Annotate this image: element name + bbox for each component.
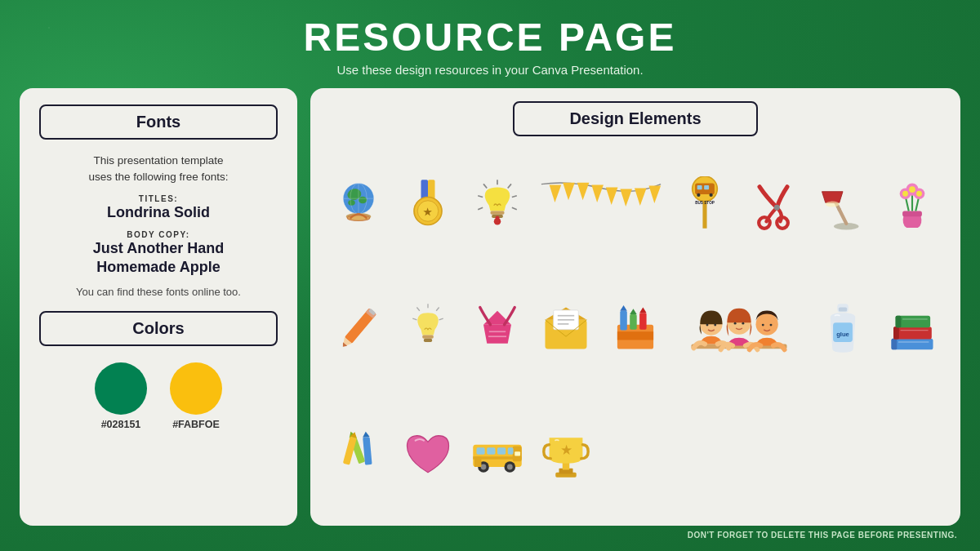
svg-point-49 bbox=[826, 202, 840, 207]
svg-line-22 bbox=[478, 207, 483, 210]
left-panel: Fonts This presentation templateuses the… bbox=[20, 88, 297, 526]
svg-line-67 bbox=[439, 319, 443, 321]
svg-rect-11 bbox=[421, 180, 428, 199]
font-entry-titles: TITLES: Londrina Solid bbox=[39, 194, 278, 222]
page-header: RESOURCE PAGE Use these design resources… bbox=[20, 15, 960, 77]
svg-marker-28 bbox=[563, 183, 575, 200]
svg-line-69 bbox=[412, 319, 416, 321]
page-wrapper: RESOURCE PAGE Use these design resources… bbox=[0, 0, 980, 551]
element-envelope bbox=[534, 296, 598, 360]
elements-grid: ★ bbox=[327, 144, 944, 513]
svg-point-45 bbox=[774, 205, 780, 211]
element-bus-stop: BUS STOP bbox=[673, 172, 737, 236]
svg-point-40 bbox=[697, 193, 700, 197]
page-subtitle: Use these design resources in your Canva… bbox=[20, 63, 960, 77]
fonts-header: Fonts bbox=[39, 104, 278, 140]
element-crayons-box bbox=[604, 296, 667, 360]
svg-rect-87 bbox=[639, 313, 647, 330]
svg-point-44 bbox=[777, 217, 789, 229]
svg-rect-50 bbox=[902, 211, 922, 217]
svg-marker-30 bbox=[591, 185, 604, 202]
fonts-footer: You can find these fonts online too. bbox=[39, 286, 278, 298]
color-item-yellow: #FABFOE bbox=[170, 362, 222, 430]
svg-marker-32 bbox=[620, 189, 632, 207]
colors-content: #028151 #FABFOE bbox=[39, 362, 278, 430]
svg-point-57 bbox=[902, 191, 908, 197]
svg-point-130 bbox=[507, 464, 513, 469]
color-hex-green: #028151 bbox=[101, 419, 141, 430]
svg-line-68 bbox=[416, 308, 419, 311]
svg-marker-86 bbox=[630, 309, 637, 315]
element-scissors bbox=[742, 172, 805, 236]
svg-rect-125 bbox=[514, 451, 520, 455]
element-lightbulb-small bbox=[396, 296, 460, 360]
svg-rect-85 bbox=[630, 314, 637, 330]
svg-rect-123 bbox=[497, 447, 506, 455]
svg-rect-89 bbox=[617, 332, 653, 340]
svg-point-26 bbox=[495, 216, 499, 220]
svg-rect-12 bbox=[428, 180, 435, 199]
svg-line-17 bbox=[507, 184, 510, 189]
font-name-titles: Londrina Solid bbox=[39, 203, 278, 222]
svg-rect-83 bbox=[620, 311, 627, 331]
right-panel: Design Elements bbox=[310, 88, 960, 526]
svg-point-92 bbox=[706, 324, 709, 327]
colors-header: Colors bbox=[39, 311, 278, 346]
svg-rect-124 bbox=[507, 447, 513, 455]
svg-marker-31 bbox=[606, 188, 618, 205]
design-elements-header: Design Elements bbox=[513, 101, 758, 136]
page-title: RESOURCE PAGE bbox=[20, 15, 960, 60]
font-label-titles: TITLES: bbox=[39, 194, 278, 203]
font-name-body: Just Another HandHomemade Apple bbox=[39, 239, 278, 278]
svg-rect-109 bbox=[895, 316, 901, 327]
svg-line-18 bbox=[512, 196, 517, 198]
svg-marker-34 bbox=[648, 186, 661, 203]
svg-point-59 bbox=[916, 191, 922, 197]
element-globe bbox=[327, 172, 390, 236]
svg-point-5 bbox=[359, 197, 367, 204]
footer-note: DON'T FORGET TO DELETE THIS PAGE BEFORE … bbox=[20, 531, 960, 540]
element-pencil bbox=[327, 296, 390, 360]
svg-line-20 bbox=[483, 184, 487, 189]
svg-line-19 bbox=[512, 207, 517, 210]
svg-marker-29 bbox=[577, 183, 589, 200]
svg-rect-105 bbox=[891, 339, 897, 350]
svg-text:BUS STOP: BUS STOP bbox=[695, 201, 715, 205]
element-crayons-scattered bbox=[327, 421, 390, 485]
svg-point-41 bbox=[709, 193, 712, 197]
svg-marker-33 bbox=[635, 189, 647, 206]
svg-rect-122 bbox=[487, 447, 495, 455]
main-content: Fonts This presentation templateuses the… bbox=[20, 88, 960, 526]
svg-point-128 bbox=[480, 464, 486, 469]
svg-line-47 bbox=[840, 210, 847, 224]
svg-rect-106 bbox=[893, 327, 932, 340]
svg-text:★: ★ bbox=[423, 207, 432, 218]
svg-marker-27 bbox=[549, 185, 561, 202]
svg-line-66 bbox=[436, 308, 439, 311]
svg-marker-118 bbox=[363, 431, 370, 438]
svg-point-95 bbox=[734, 322, 737, 325]
svg-point-99 bbox=[770, 324, 773, 327]
element-lamp bbox=[811, 172, 875, 236]
svg-point-96 bbox=[742, 322, 744, 325]
font-label-body: BODY COPY: bbox=[39, 230, 278, 239]
svg-marker-88 bbox=[639, 308, 647, 313]
element-lightbulb-large bbox=[466, 172, 529, 236]
svg-rect-39 bbox=[704, 185, 709, 189]
svg-line-21 bbox=[478, 196, 483, 198]
font-entry-body: BODY COPY: Just Another HandHomemade App… bbox=[39, 230, 278, 278]
fonts-content: This presentation templateuses the follo… bbox=[39, 149, 278, 301]
svg-rect-38 bbox=[697, 185, 702, 189]
element-books bbox=[880, 296, 944, 360]
svg-rect-104 bbox=[891, 339, 933, 350]
svg-rect-107 bbox=[893, 327, 899, 340]
element-flowers bbox=[880, 172, 944, 236]
svg-text:★: ★ bbox=[560, 442, 572, 458]
svg-rect-70 bbox=[422, 335, 434, 339]
svg-point-43 bbox=[759, 217, 770, 229]
svg-marker-84 bbox=[620, 305, 627, 311]
fonts-description: This presentation templateuses the follo… bbox=[39, 153, 278, 186]
svg-rect-101 bbox=[839, 308, 847, 312]
svg-point-93 bbox=[714, 324, 716, 327]
element-bunting bbox=[536, 172, 666, 236]
